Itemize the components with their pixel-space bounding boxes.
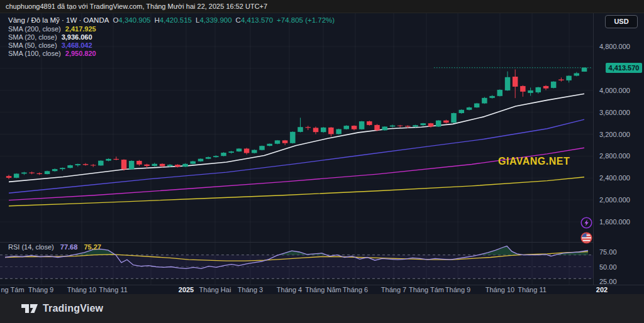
candle-body xyxy=(182,164,188,167)
candle-body xyxy=(313,128,319,132)
candle-body xyxy=(67,165,73,168)
candle-body xyxy=(275,140,280,143)
time-label: Tháng 9 xyxy=(28,286,53,293)
last-price-badge: 4,413.570 xyxy=(606,63,642,73)
indicator-label: SMA (20, close) xyxy=(8,33,57,41)
rsi-value: 77.68 xyxy=(60,243,78,251)
time-label: Tháng 9 xyxy=(445,286,470,293)
rsi-ma-value: 75.27 xyxy=(84,243,101,251)
candle-body xyxy=(52,169,58,171)
attribution-text: chuphuong4891 đã tạo với TradingView.com… xyxy=(6,3,267,10)
indicator-label: SMA (100, close) xyxy=(8,50,61,57)
indicator-value: 3,936.060 xyxy=(62,33,92,41)
candle-body xyxy=(175,165,180,167)
candle-body xyxy=(306,127,311,128)
candle-body xyxy=(252,150,257,153)
candle-body xyxy=(60,168,65,169)
ohlc-value: 4,340.905 xyxy=(118,16,150,24)
candle-body xyxy=(489,96,495,98)
price-label: 4,800.000 xyxy=(599,42,630,51)
candle-body xyxy=(121,160,127,169)
rsi-label: RSI (14, close) xyxy=(8,243,54,251)
price-label: 3,600.000 xyxy=(599,108,630,117)
time-label: Tháng Năm xyxy=(305,286,341,293)
price-label: 2,000.000 xyxy=(599,195,630,204)
currency-button[interactable]: USD xyxy=(605,15,638,28)
price-label: 2,800.000 xyxy=(599,151,630,160)
candle-body xyxy=(374,125,380,130)
ohlc-value: 4,420.515 xyxy=(160,16,192,24)
indicator-label: SMA (200, close) xyxy=(8,25,61,33)
time-label: 202 xyxy=(596,286,608,293)
time-axis[interactable]: ng TámTháng 9Tháng 10Tháng 112025Tháng H… xyxy=(0,285,644,295)
rsi-axis-label: 50.00 xyxy=(599,263,617,271)
candle-body xyxy=(160,164,165,167)
symbol-row: Vàng / Đô la Mỹ · 1W · OANDAO4,340.905H4… xyxy=(8,16,335,25)
candle-body xyxy=(37,173,43,174)
candle-body xyxy=(497,90,503,96)
us-flag-icon[interactable] xyxy=(580,232,592,244)
candle-body xyxy=(405,126,411,126)
rsi-axis-label: 75.00 xyxy=(599,248,617,256)
candle-body xyxy=(413,125,418,126)
candle-body xyxy=(428,123,434,126)
price-label: 4,000.000 xyxy=(599,86,630,95)
legend: Vàng / Đô la Mỹ · 1W · OANDAO4,340.905H4… xyxy=(8,16,335,58)
ohlc-value: 4,413.570 xyxy=(241,16,273,24)
candle-body xyxy=(114,159,119,160)
candle-body xyxy=(75,164,81,165)
candle-body xyxy=(482,98,487,104)
change-value: +74.805 (+1.72%) xyxy=(277,16,335,24)
indicator-row[interactable]: SMA (200, close)2,417.925 xyxy=(8,25,335,33)
lightning-icon[interactable] xyxy=(580,217,592,229)
candle-body xyxy=(344,126,350,129)
candle-body xyxy=(167,165,173,166)
candle-body xyxy=(236,149,242,152)
time-label: Tháng 11 xyxy=(99,286,128,293)
tradingview-wordmark: TradingView xyxy=(43,303,103,314)
candle-body xyxy=(213,156,219,157)
candle-body xyxy=(582,68,587,72)
ohlc-value: 4,339.900 xyxy=(199,16,231,24)
candle-body xyxy=(259,146,265,150)
candle-body xyxy=(290,132,296,143)
indicator-row[interactable]: SMA (50, close)3,468.042 xyxy=(8,41,335,50)
candle-body xyxy=(558,80,564,80)
indicator-rows: SMA (200, close)2,417.925SMA (20, close)… xyxy=(8,25,335,58)
pane-icons xyxy=(580,217,593,247)
tradingview-logo[interactable]: TradingView xyxy=(21,303,103,314)
candle-body xyxy=(91,165,96,166)
indicator-row[interactable]: SMA (20, close)3,936.060 xyxy=(8,33,335,41)
indicator-value: 2,950.820 xyxy=(65,50,96,57)
candle-body xyxy=(528,90,533,93)
candle-body xyxy=(536,87,541,92)
candle-body xyxy=(45,171,50,174)
candle-body xyxy=(129,161,135,169)
symbol-title[interactable]: Vàng / Đô la Mỹ · 1W · OANDA xyxy=(8,16,109,24)
price-label: 2,400.000 xyxy=(599,173,630,182)
candle-body xyxy=(267,144,273,146)
indicator-row[interactable]: SMA (100, close)2,950.820 xyxy=(8,50,335,58)
candle-body xyxy=(336,129,341,134)
candle-body xyxy=(421,123,426,125)
price-label: 3,200.000 xyxy=(599,130,630,139)
candle-body xyxy=(328,128,334,134)
price-axis[interactable]: USD 4,800.0004,000.0003,600.0003,200.000… xyxy=(593,13,644,285)
candle-body xyxy=(505,77,511,90)
chart-area: Vàng / Đô la Mỹ · 1W · OANDAO4,340.905H4… xyxy=(0,13,644,295)
watermark: GIAVANG.NET xyxy=(498,156,570,167)
time-label: Tháng Hai xyxy=(199,286,231,293)
candle-body xyxy=(459,110,465,113)
candle-body xyxy=(83,164,89,165)
time-label: ng Tám xyxy=(1,286,24,293)
footer-bar: TradingView xyxy=(0,294,644,323)
time-label: Tháng 7 xyxy=(381,286,406,293)
candle-body xyxy=(244,149,250,153)
candle-body xyxy=(566,76,572,80)
candle-body xyxy=(513,77,518,87)
price-label: 1,600.000 xyxy=(599,217,630,226)
indicator-label: SMA (50, close) xyxy=(8,41,57,49)
attribution-bar: chuphuong4891 đã tạo với TradingView.com… xyxy=(0,0,644,13)
candle-body xyxy=(106,159,111,161)
time-label: Tháng 6 xyxy=(343,286,368,293)
